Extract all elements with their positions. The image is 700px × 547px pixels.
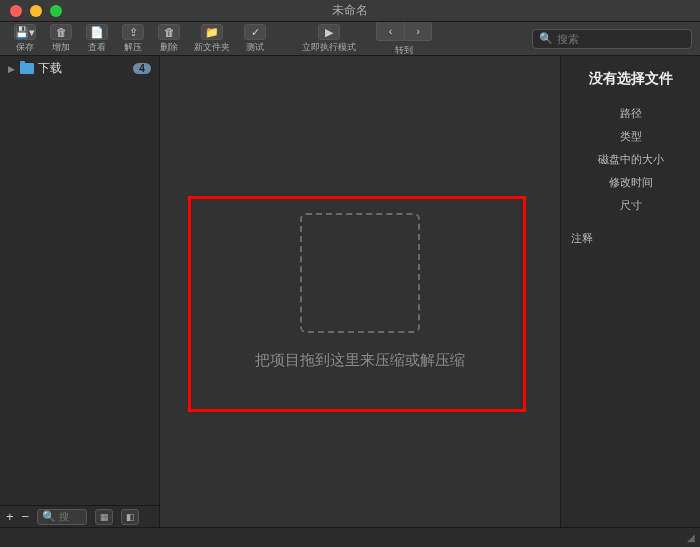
search-input[interactable] — [557, 33, 695, 45]
titlebar: 未命名 — [0, 0, 700, 22]
sidebar-remove-button[interactable]: − — [22, 509, 30, 524]
newfolder-button[interactable]: 📁 新文件夹 — [188, 23, 236, 54]
inspector-row-type: 类型 — [569, 125, 692, 148]
inspector-row-size: 磁盘中的大小 — [569, 148, 692, 171]
sidebar-item-badge: 4 — [133, 63, 151, 74]
nav-forward-button[interactable]: › — [404, 21, 432, 41]
content-area: 把项目拖到这里来压缩或解压缩 — [160, 56, 560, 527]
save-button[interactable]: 💾▾ 保存 — [8, 23, 42, 54]
resize-handle-icon[interactable]: ◢ — [687, 532, 694, 543]
test-icon: ✓ — [244, 24, 266, 40]
inspector-title: 没有选择文件 — [569, 70, 692, 88]
zoom-window-button[interactable] — [50, 5, 62, 17]
inspector-panel: 没有选择文件 路径 类型 磁盘中的大小 修改时间 尺寸 注释 — [560, 56, 700, 527]
extract-icon: ⇪ — [122, 24, 144, 40]
drop-zone-label: 把项目拖到这里来压缩或解压缩 — [255, 351, 465, 370]
search-icon: 🔍 — [42, 510, 56, 523]
sidebar-item-label: 下载 — [38, 60, 129, 77]
add-button[interactable]: 🗑 增加 — [44, 23, 78, 54]
disclosure-triangle-icon[interactable]: ▶ — [8, 64, 16, 74]
sidebar-add-button[interactable]: + — [6, 509, 14, 524]
sidebar: ▶ 下载 4 + − 🔍 ▦ ◧ — [0, 56, 160, 527]
nav-back-button[interactable]: ‹ — [376, 21, 404, 41]
statusbar: ◢ — [0, 527, 700, 547]
inspector-notes-label: 注释 — [569, 231, 692, 246]
sidebar-item-downloads[interactable]: ▶ 下载 4 — [0, 56, 159, 81]
close-window-button[interactable] — [10, 5, 22, 17]
extract-button[interactable]: ⇪ 解压 — [116, 23, 150, 54]
inspector-row-dimensions: 尺寸 — [569, 194, 692, 217]
drop-target-box — [300, 213, 420, 333]
chevron-right-icon: › — [416, 25, 420, 37]
search-field[interactable]: 🔍 — [532, 29, 692, 49]
toolbar: 💾▾ 保存 🗑 增加 📄 查看 ⇪ 解压 🗑 删除 📁 新文件夹 ✓ 测试 ▶ — [0, 22, 700, 56]
sidebar-mode1-button[interactable]: ▦ — [95, 509, 113, 525]
execmode-icon: ▶ — [318, 24, 340, 40]
window-controls — [0, 5, 62, 17]
sidebar-footer: + − 🔍 ▦ ◧ — [0, 505, 159, 527]
sidebar-search-field[interactable]: 🔍 — [37, 509, 87, 525]
test-button[interactable]: ✓ 测试 — [238, 23, 272, 54]
save-icon: 💾▾ — [14, 24, 36, 40]
sidebar-mode2-button[interactable]: ◧ — [121, 509, 139, 525]
window-title: 未命名 — [0, 2, 700, 19]
folder-icon — [20, 63, 34, 74]
inspector-row-modified: 修改时间 — [569, 171, 692, 194]
inspector-row-path: 路径 — [569, 102, 692, 125]
delete-icon: 🗑 — [158, 24, 180, 40]
minimize-window-button[interactable] — [30, 5, 42, 17]
newfolder-icon: 📁 — [201, 24, 223, 40]
drop-zone[interactable]: 把项目拖到这里来压缩或解压缩 — [255, 213, 465, 370]
view-icon: 📄 — [86, 24, 108, 40]
chevron-left-icon: ‹ — [389, 25, 393, 37]
add-icon: 🗑 — [50, 24, 72, 40]
execmode-button[interactable]: ▶ 立即执行模式 — [296, 23, 362, 54]
delete-button[interactable]: 🗑 删除 — [152, 23, 186, 54]
search-icon: 🔍 — [539, 32, 553, 45]
view-button[interactable]: 📄 查看 — [80, 23, 114, 54]
sidebar-search-input[interactable] — [59, 511, 82, 522]
